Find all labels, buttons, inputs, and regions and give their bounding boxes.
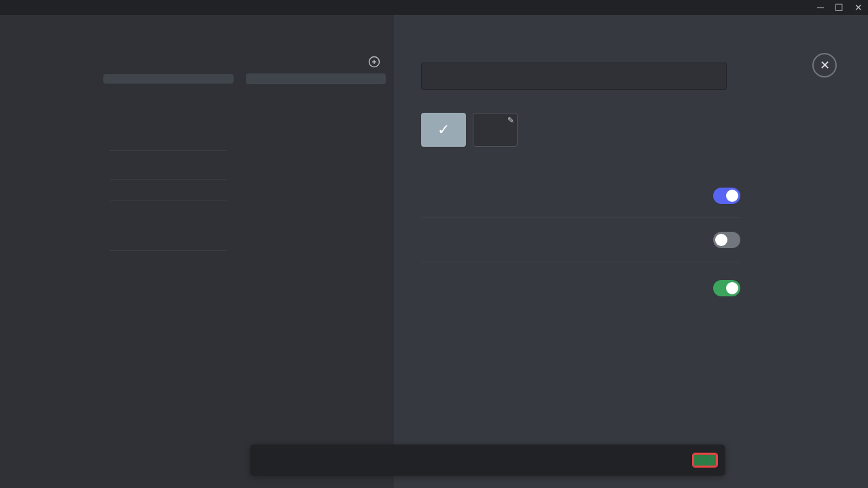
divider bbox=[110, 179, 227, 180]
sidebar-item-emoji[interactable] bbox=[103, 84, 234, 94]
maximize-button[interactable]: ☐ bbox=[835, 3, 844, 12]
window-controls: ─ ☐ ✕ bbox=[817, 3, 863, 12]
toggle-display-separately[interactable] bbox=[713, 188, 740, 204]
role-item-everyone[interactable] bbox=[246, 86, 386, 97]
check-icon: ✓ bbox=[437, 121, 450, 139]
eyedropper-icon: ✎ bbox=[507, 116, 514, 125]
toggle-administrator[interactable] bbox=[713, 280, 740, 296]
close-settings: ✕ bbox=[812, 53, 837, 82]
close-settings-button[interactable]: ✕ bbox=[812, 53, 837, 77]
divider bbox=[110, 150, 227, 151]
role-item-new-role[interactable] bbox=[246, 73, 386, 84]
sidebar-item-enable-community[interactable] bbox=[103, 164, 234, 174]
sidebar-item-overview[interactable] bbox=[103, 64, 234, 73]
sidebar-item-roles[interactable] bbox=[103, 74, 234, 84]
minimize-button[interactable]: ─ bbox=[817, 3, 824, 12]
sidebar-item-members[interactable] bbox=[103, 215, 234, 224]
sidebar-item-auditlog[interactable] bbox=[103, 105, 234, 114]
role-list-column bbox=[238, 15, 394, 488]
sidebar-item-delete-server[interactable] bbox=[103, 256, 234, 266]
close-button[interactable]: ✕ bbox=[854, 3, 863, 12]
role-editor: ✓ ✎ bbox=[394, 15, 868, 488]
sidebar-item-integrations[interactable] bbox=[103, 115, 234, 124]
sidebar-item-boost[interactable] bbox=[103, 186, 234, 195]
sidebar-item-invites[interactable] bbox=[103, 225, 234, 234]
divider bbox=[110, 201, 227, 201]
reset-button[interactable] bbox=[667, 455, 686, 466]
role-name-input[interactable] bbox=[421, 63, 727, 90]
sidebar-header-community bbox=[103, 156, 234, 164]
role-hint-text bbox=[246, 98, 386, 110]
sidebar-item-moderation[interactable] bbox=[103, 94, 234, 104]
sidebar-header-user bbox=[103, 207, 234, 215]
role-help-link[interactable] bbox=[246, 110, 386, 118]
plus-icon[interactable] bbox=[368, 56, 380, 68]
sidebar-header bbox=[103, 56, 234, 64]
sidebar-item-widget[interactable] bbox=[103, 125, 234, 135]
sidebar-item-bans[interactable] bbox=[103, 235, 234, 245]
default-color-swatch[interactable]: ✓ bbox=[421, 113, 466, 147]
divider bbox=[110, 250, 227, 251]
custom-color-picker[interactable]: ✎ bbox=[473, 113, 518, 147]
unsaved-changes-bar bbox=[250, 445, 725, 476]
toggle-allow-mention[interactable] bbox=[713, 232, 740, 248]
settings-sidebar bbox=[90, 15, 238, 488]
save-changes-button[interactable] bbox=[693, 453, 717, 467]
titlebar: ─ ☐ ✕ bbox=[0, 0, 868, 15]
sidebar-item-template[interactable] bbox=[103, 135, 234, 145]
